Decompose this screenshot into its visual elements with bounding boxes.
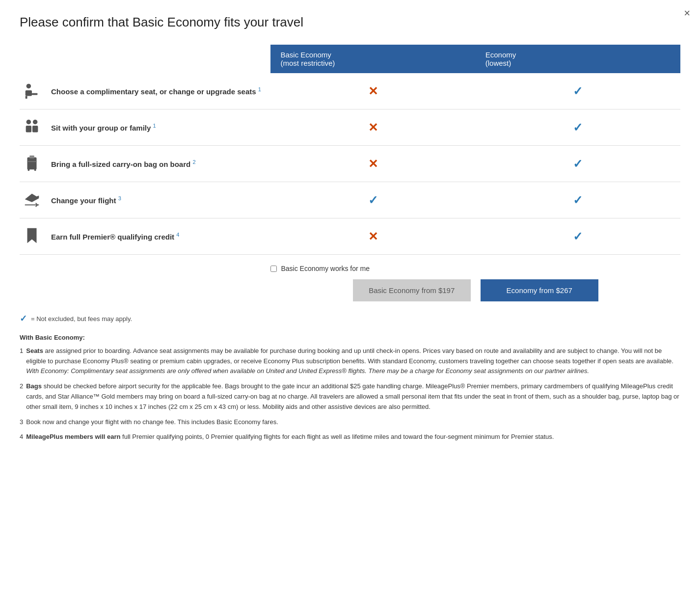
svg-marker-14 [27,228,37,243]
note-item: 2Bags should be checked before airport s… [20,381,680,412]
table-row: Bring a full-sized carry-on bag on board… [20,146,680,182]
feature-label: Change your flight 3 [51,195,121,205]
table-row: Sit with your group or family 1 ✕ ✓ [20,109,680,146]
note-text: Bags should be checked before airport se… [26,381,680,412]
note-item: 1Seats are assigned prior to boarding. A… [20,346,680,377]
svg-point-6 [33,120,38,125]
basic-economy-checkbox[interactable] [270,266,277,272]
close-button[interactable]: × [684,8,690,19]
note-text: Seats are assigned prior to boarding. Ad… [26,346,680,377]
table-row: Choose a complimentary seat, or change o… [20,73,680,109]
feature-label: Choose a complimentary seat, or change o… [51,86,261,96]
col-header-basic: Basic Economy(most restrictive) [270,45,475,73]
svg-rect-3 [26,96,27,99]
note-number: 2 [20,381,23,412]
svg-rect-9 [29,156,34,159]
economy-cell: ✓ [476,218,680,255]
comparison-table: Basic Economy(most restrictive) Economy(… [20,45,680,255]
col-header-economy: Economy(lowest) [476,45,680,73]
svg-point-11 [27,169,29,171]
economy-button[interactable]: Economy from $267 [481,279,598,301]
feature-label: Sit with your group or family 1 [51,123,156,132]
svg-rect-7 [32,126,38,132]
modal-title: Please confirm that Basic Economy fits y… [20,15,680,30]
x-icon: ✕ [368,84,378,98]
feature-label: Earn full Premier® qualifying credit 4 [51,232,179,241]
premier-icon [20,226,44,246]
notes-heading: With Basic Economy: [20,333,680,343]
svg-rect-2 [32,93,37,95]
economy-cell: ✓ [476,109,680,146]
checkbox-area: Basic Economy works for me [270,265,680,272]
note-item: 4MileagePlus members will earn full Prem… [20,432,680,442]
svg-point-4 [27,120,31,125]
seat-icon [20,81,44,101]
basic-economy-cell: ✓ [270,182,475,218]
svg-rect-5 [26,126,31,132]
notes-section: With Basic Economy: 1Seats are assigned … [20,333,680,442]
check-icon: ✓ [573,230,583,243]
table-row: Earn full Premier® qualifying credit 4 ✕… [20,218,680,255]
buttons-row: Basic Economy from $197 Economy from $26… [270,279,680,301]
check-icon: ✓ [368,193,378,207]
buttons-area: Basic Economy from $197 Economy from $26… [270,279,680,301]
feature-label: Bring a full-sized carry-on bag on board… [51,159,196,168]
x-icon: ✕ [368,121,378,134]
x-icon: ✕ [368,230,378,243]
modal-container: × Please confirm that Basic Economy fits… [0,0,700,592]
economy-cell: ✓ [476,182,680,218]
table-row: Change your flight 3 ✓ ✓ [20,182,680,218]
check-icon: ✓ [20,313,27,324]
svg-rect-0 [27,84,31,89]
x-icon: ✕ [368,157,378,170]
footnote-check-text: = Not excluded, but fees may apply. [31,315,132,323]
note-number: 1 [20,346,23,377]
notes-list: 1Seats are assigned prior to boarding. A… [20,346,680,442]
group-icon [20,117,44,137]
economy-cell: ✓ [476,146,680,182]
check-icon: ✓ [573,157,583,170]
footnote-check-row: ✓ = Not excluded, but fees may apply. [20,313,680,324]
bag-icon [20,154,44,174]
note-number: 3 [20,417,23,428]
basic-economy-cell: ✕ [270,146,475,182]
col-header-feature [20,45,270,73]
check-icon: ✓ [573,193,583,207]
checkbox-label[interactable]: Basic Economy works for me [281,265,370,272]
svg-rect-8 [27,158,37,170]
basic-economy-cell: ✕ [270,73,475,109]
economy-cell: ✓ [476,73,680,109]
basic-economy-cell: ✕ [270,218,475,255]
svg-point-12 [34,169,36,171]
svg-rect-10 [27,161,37,162]
note-text: MileagePlus members will earn full Premi… [26,432,554,442]
check-icon: ✓ [573,121,583,134]
basic-economy-button[interactable]: Basic Economy from $197 [353,279,471,301]
note-number: 4 [20,432,23,442]
basic-economy-cell: ✕ [270,109,475,146]
flight-change-icon [20,190,44,210]
check-icon: ✓ [573,84,583,98]
svg-rect-1 [26,90,32,96]
note-text: Book now and change your flight with no … [26,417,278,428]
note-item: 3Book now and change your flight with no… [20,417,680,428]
